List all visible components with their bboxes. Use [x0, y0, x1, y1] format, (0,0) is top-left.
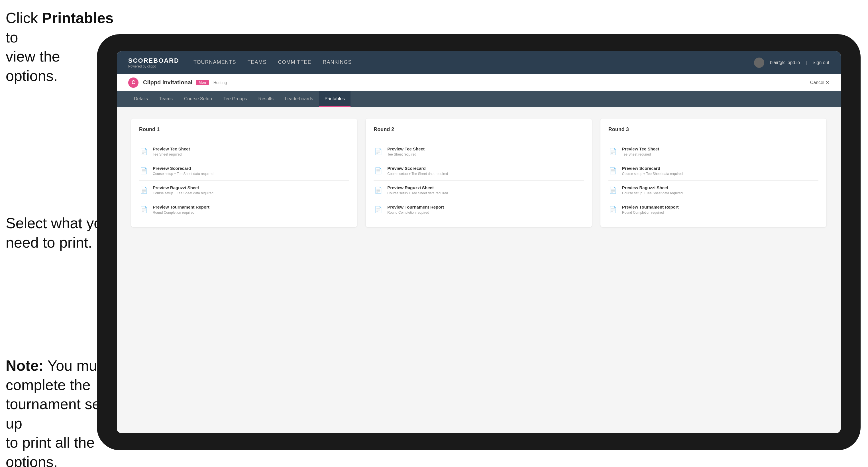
- r3-report-sub: Round Completion required: [622, 211, 818, 215]
- tablet-screen: SCOREBOARD Powered by clippd TOURNAMENTS…: [117, 51, 841, 433]
- tee-sheet-icon: 📄: [139, 147, 148, 156]
- tab-bar: Details Teams Course Setup Tee Groups Re…: [117, 91, 841, 107]
- r3-tee-sheet-icon: 📄: [609, 147, 618, 156]
- user-avatar: [754, 58, 764, 68]
- r3-scorecard-icon: 📄: [609, 166, 618, 176]
- r2-raguzzi-sub: Course setup + Tee Sheet data required: [387, 191, 584, 195]
- round-1-title: Round 1: [139, 126, 349, 136]
- brand-subtitle: Powered by clippd: [128, 64, 179, 68]
- round-1-tournament-report[interactable]: 📄 Preview Tournament Report Round Comple…: [139, 200, 349, 219]
- r1-report-sub: Round Completion required: [153, 211, 349, 215]
- round-2-title: Round 2: [374, 126, 584, 136]
- r1-teesheet-title: Preview Tee Sheet: [153, 147, 349, 151]
- tournament-name: Clippd Invitational: [143, 79, 192, 86]
- scorecard-icon: 📄: [139, 166, 148, 176]
- round-1-section: Round 1 📄 Preview Tee Sheet Tee Sheet re…: [131, 119, 357, 227]
- r2-teesheet-sub: Tee Sheet required: [387, 152, 584, 156]
- r3-raguzzi-icon: 📄: [609, 186, 618, 195]
- r3-raguzzi-sub: Course setup + Tee Sheet data required: [622, 191, 818, 195]
- r3-raguzzi-title: Preview Raguzzi Sheet: [622, 185, 818, 190]
- tab-results[interactable]: Results: [253, 91, 279, 107]
- r3-scorecard-title: Preview Scorecard: [622, 166, 818, 171]
- brand: SCOREBOARD Powered by clippd: [128, 57, 179, 68]
- r2-raguzzi-title: Preview Raguzzi Sheet: [387, 185, 584, 190]
- r2-scorecard-sub: Course setup + Tee Sheet data required: [387, 172, 584, 176]
- sub-header: C Clippd Invitational Men Hosting Cancel…: [117, 74, 841, 91]
- tournament-badge: Men: [196, 80, 209, 85]
- round-1-raguzzi[interactable]: 📄 Preview Raguzzi Sheet Course setup + T…: [139, 181, 349, 200]
- top-nav: SCOREBOARD Powered by clippd TOURNAMENTS…: [117, 51, 841, 74]
- round-3-raguzzi[interactable]: 📄 Preview Raguzzi Sheet Course setup + T…: [609, 181, 818, 200]
- nav-teams[interactable]: TEAMS: [248, 57, 267, 68]
- r1-scorecard-title: Preview Scorecard: [153, 166, 349, 171]
- note-bold: Note:: [6, 357, 43, 374]
- r1-raguzzi-title: Preview Raguzzi Sheet: [153, 185, 349, 190]
- rounds-grid: Round 1 📄 Preview Tee Sheet Tee Sheet re…: [131, 119, 827, 227]
- printables-bold: Printables: [42, 10, 114, 26]
- r2-scorecard-title: Preview Scorecard: [387, 166, 584, 171]
- round-2-raguzzi[interactable]: 📄 Preview Raguzzi Sheet Course setup + T…: [374, 181, 584, 200]
- sign-out-link[interactable]: Sign out: [812, 60, 829, 65]
- nav-links: TOURNAMENTS TEAMS COMMITTEE RANKINGS: [193, 57, 754, 68]
- tab-course-setup[interactable]: Course Setup: [178, 91, 218, 107]
- r2-scorecard-icon: 📄: [374, 166, 383, 176]
- tablet-frame: SCOREBOARD Powered by clippd TOURNAMENTS…: [97, 34, 861, 450]
- round-2-section: Round 2 📄 Preview Tee Sheet Tee Sheet re…: [366, 119, 592, 227]
- r1-teesheet-sub: Tee Sheet required: [153, 152, 349, 156]
- brand-title: SCOREBOARD: [128, 57, 179, 64]
- round-3-scorecard[interactable]: 📄 Preview Scorecard Course setup + Tee S…: [609, 161, 818, 181]
- r1-scorecard-sub: Course setup + Tee Sheet data required: [153, 172, 349, 176]
- r3-report-icon: 📄: [609, 205, 618, 214]
- round-2-scorecard[interactable]: 📄 Preview Scorecard Course setup + Tee S…: [374, 161, 584, 181]
- cancel-button[interactable]: Cancel ✕: [810, 80, 829, 85]
- separator: |: [806, 60, 807, 65]
- tournament-report-icon: 📄: [139, 205, 148, 214]
- round-1-scorecard[interactable]: 📄 Preview Scorecard Course setup + Tee S…: [139, 161, 349, 181]
- r2-report-icon: 📄: [374, 205, 383, 214]
- round-2-tournament-report[interactable]: 📄 Preview Tournament Report Round Comple…: [374, 200, 584, 219]
- round-3-section: Round 3 📄 Preview Tee Sheet Tee Sheet re…: [600, 119, 827, 227]
- tab-teams[interactable]: Teams: [154, 91, 178, 107]
- nav-right: blair@clippd.io | Sign out: [754, 58, 829, 68]
- r2-report-sub: Round Completion required: [387, 211, 584, 215]
- round-1-tee-sheet[interactable]: 📄 Preview Tee Sheet Tee Sheet required: [139, 142, 349, 161]
- tab-details[interactable]: Details: [128, 91, 154, 107]
- sub-header-right: Cancel ✕: [810, 80, 829, 85]
- tournament-logo: C: [128, 77, 138, 88]
- r1-report-title: Preview Tournament Report: [153, 205, 349, 210]
- raguzzi-icon: 📄: [139, 186, 148, 195]
- r2-teesheet-title: Preview Tee Sheet: [387, 147, 584, 151]
- tab-leaderboards[interactable]: Leaderboards: [279, 91, 319, 107]
- r1-raguzzi-sub: Course setup + Tee Sheet data required: [153, 191, 349, 195]
- round-2-tee-sheet[interactable]: 📄 Preview Tee Sheet Tee Sheet required: [374, 142, 584, 161]
- r3-teesheet-sub: Tee Sheet required: [622, 152, 818, 156]
- user-email: blair@clippd.io: [770, 60, 800, 65]
- nav-rankings[interactable]: RANKINGS: [323, 57, 352, 68]
- round-3-tee-sheet[interactable]: 📄 Preview Tee Sheet Tee Sheet required: [609, 142, 818, 161]
- r2-report-title: Preview Tournament Report: [387, 205, 584, 210]
- r3-report-title: Preview Tournament Report: [622, 205, 818, 210]
- nav-tournaments[interactable]: TOURNAMENTS: [193, 57, 236, 68]
- tab-printables[interactable]: Printables: [319, 91, 350, 107]
- tab-tee-groups[interactable]: Tee Groups: [218, 91, 253, 107]
- r2-raguzzi-icon: 📄: [374, 186, 383, 195]
- r3-teesheet-title: Preview Tee Sheet: [622, 147, 818, 151]
- r3-scorecard-sub: Course setup + Tee Sheet data required: [622, 172, 818, 176]
- nav-committee[interactable]: COMMITTEE: [278, 57, 311, 68]
- round-3-title: Round 3: [609, 126, 818, 136]
- round-3-tournament-report[interactable]: 📄 Preview Tournament Report Round Comple…: [609, 200, 818, 219]
- hosting-badge: Hosting: [213, 80, 227, 85]
- main-content: Round 1 📄 Preview Tee Sheet Tee Sheet re…: [117, 107, 841, 433]
- r2-tee-sheet-icon: 📄: [374, 147, 383, 156]
